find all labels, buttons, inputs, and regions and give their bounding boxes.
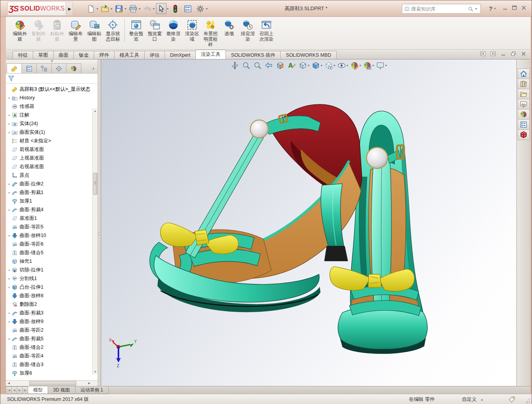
dropdown-caret-icon[interactable]: ▾ (97, 7, 98, 11)
tag-icon[interactable] (509, 396, 515, 403)
scroll-down-icon[interactable]: ▼ (93, 369, 98, 374)
headsup-button[interactable] (276, 61, 285, 70)
maximize-icon[interactable] (511, 5, 518, 11)
help-caret-icon[interactable]: ▾ (494, 7, 496, 10)
doc-minimize-icon[interactable] (500, 51, 506, 57)
tree-item[interactable]: ▸ 分割线1 (7, 274, 91, 283)
ribbon-button[interactable]: 编辑贴图 (85, 19, 104, 42)
expand-caret-icon[interactable]: ▸ (7, 234, 12, 237)
expand-caret-icon[interactable]: ▸ (7, 113, 12, 117)
tab-scroll-button[interactable]: ▶ (17, 386, 23, 394)
tree-item[interactable]: ▸ 曲面-剪裁1 (7, 188, 91, 197)
expand-caret-icon[interactable]: ▸ (7, 311, 12, 315)
command-tab[interactable]: DimXpert (165, 51, 196, 59)
tree-item[interactable]: 曲面-缝合2 (7, 343, 91, 352)
command-tab[interactable]: SOLIDWORKS 插件 (226, 51, 281, 59)
search-caret-icon[interactable]: ▾ (475, 7, 477, 11)
tree-item[interactable]: 曲面-等距6 (7, 240, 91, 248)
command-tab[interactable]: 焊件 (94, 51, 115, 59)
resize-grip[interactable] (525, 399, 530, 403)
command-tab[interactable]: 特征 (13, 51, 33, 59)
panel-splitter-handle[interactable] (6, 59, 98, 63)
toolbar-button[interactable] (195, 3, 206, 14)
taskpane-button[interactable] (518, 99, 530, 110)
dropdown-caret-icon[interactable]: ▾ (167, 7, 168, 11)
search-icon[interactable] (468, 6, 473, 12)
ribbon-button[interactable]: 编辑布景 (66, 19, 85, 42)
headsup-button[interactable]: ▾ (376, 61, 387, 70)
taskpane-button[interactable] (518, 89, 530, 99)
tree-item[interactable]: 曲面-等距2 (7, 326, 91, 334)
tree-item[interactable]: ▸ 曲面实体(1) (7, 128, 91, 136)
tree-item[interactable]: ▸ 曲面-放样10 (7, 231, 91, 240)
command-tab[interactable]: 评估 (144, 51, 165, 59)
tree-item[interactable]: ▸ 切除-拉伸1 (7, 266, 91, 274)
scroll-left-icon[interactable]: ◀ (6, 381, 11, 386)
tab-scroll-button[interactable]: ◀ (11, 386, 17, 394)
tree-item[interactable]: 传感器 (7, 102, 91, 111)
manager-tab[interactable] (7, 63, 22, 73)
scroll-up-icon[interactable]: ▲ (93, 108, 98, 113)
custom-caret-icon[interactable]: ▴ (481, 398, 483, 401)
command-tab[interactable]: SOLIDWORKS MBD (280, 51, 337, 59)
tree-item[interactable]: 抽壳1 (7, 257, 91, 266)
tree-item[interactable]: 上视基准面 (7, 154, 91, 162)
knowledge-search[interactable]: ▾ (402, 4, 481, 14)
tree-item[interactable]: ▸ 凸台-拉伸1 (7, 283, 91, 291)
hscrollbar-thumb[interactable] (29, 381, 76, 386)
toolbar-button[interactable] (183, 3, 193, 14)
tree-item[interactable]: 曲面-缝合5 (7, 248, 91, 257)
expand-caret-icon[interactable]: ▸ (7, 285, 12, 289)
taskpane-button[interactable] (518, 79, 530, 89)
ribbon-button[interactable]: 排定渲染 (238, 19, 257, 42)
tree-item[interactable]: 曲面-缝合3 (7, 360, 91, 369)
tree-item[interactable]: 材质 <未指定> (7, 136, 91, 145)
dropdown-caret-icon[interactable]: ▾ (308, 64, 309, 67)
dropdown-caret-icon[interactable]: ▾ (346, 64, 348, 67)
ribbon-button[interactable]: 渲染区域 (183, 19, 201, 42)
tree-item[interactable]: 原点 (7, 171, 91, 180)
tree-item[interactable]: ▸ 曲面-放样9 (7, 317, 91, 326)
graphics-viewport[interactable]: ▾ ▾ ▾ ▾ (101, 59, 516, 386)
tree-item[interactable]: ▸ 曲面-剪裁3 (7, 309, 91, 317)
taskpane-button[interactable] (518, 68, 530, 79)
tree-item[interactable]: ▸ 曲面-剪裁4 (7, 205, 91, 214)
scrollbar-thumb[interactable] (93, 173, 97, 195)
taskpane-button[interactable] (518, 129, 530, 140)
tree-filter-bar[interactable] (6, 74, 98, 84)
headsup-button[interactable] (264, 61, 274, 70)
ribbon-button[interactable]: 选项 (220, 19, 239, 37)
help-label[interactable]: ? (489, 5, 493, 12)
tab-scroll-button[interactable]: ▶| (22, 386, 28, 394)
manager-tabs-overflow-chevron[interactable]: › (90, 63, 97, 73)
dropdown-caret-icon[interactable]: ▾ (206, 7, 208, 11)
tree-item[interactable]: ▸ 注解 (7, 111, 91, 119)
doc-restore-icon[interactable] (511, 51, 516, 57)
custom-menu[interactable]: 自定义 ▴ (462, 396, 483, 403)
collapse-pane-right-icon[interactable] (490, 51, 496, 57)
tree-item[interactable]: 加厚1 (7, 197, 91, 205)
tree-item[interactable]: ▸ 曲面-剪裁5 (7, 334, 91, 343)
headsup-button[interactable]: ▾ (363, 61, 374, 70)
panel-viewport-splitter[interactable] (98, 59, 101, 386)
expand-caret-icon[interactable]: ▸ (7, 337, 12, 341)
command-tab[interactable]: 草图 (33, 51, 54, 59)
tree-item[interactable]: ▸ 曲面-拉伸2 (7, 180, 91, 188)
toolbar-button[interactable] (100, 3, 110, 14)
document-tab[interactable]: 3D 视图 (48, 386, 75, 394)
tree-item[interactable]: 曲面-等距5 (7, 223, 91, 231)
ribbon-button[interactable]: 召回上次渲染 (257, 19, 276, 42)
tree-item[interactable]: 右视基准面 (7, 162, 91, 171)
expand-caret-icon[interactable]: ▸ (7, 277, 12, 280)
expand-caret-icon[interactable]: ▸ (7, 268, 12, 272)
expand-caret-icon[interactable]: ▸ (7, 122, 12, 126)
tree-item[interactable]: ▸ 实体(24) (7, 119, 91, 128)
taskpane-button[interactable] (518, 109, 530, 120)
toolbar-button[interactable] (170, 3, 181, 14)
manager-tab[interactable] (36, 63, 52, 73)
collapse-pane-left-icon[interactable] (480, 51, 486, 57)
dropdown-caret-icon[interactable]: ▾ (333, 64, 335, 67)
dropdown-caret-icon[interactable]: ▾ (125, 7, 126, 11)
ribbon-button[interactable]: 最终渲染 (164, 19, 183, 42)
expand-caret-icon[interactable]: ▸ (7, 96, 12, 100)
